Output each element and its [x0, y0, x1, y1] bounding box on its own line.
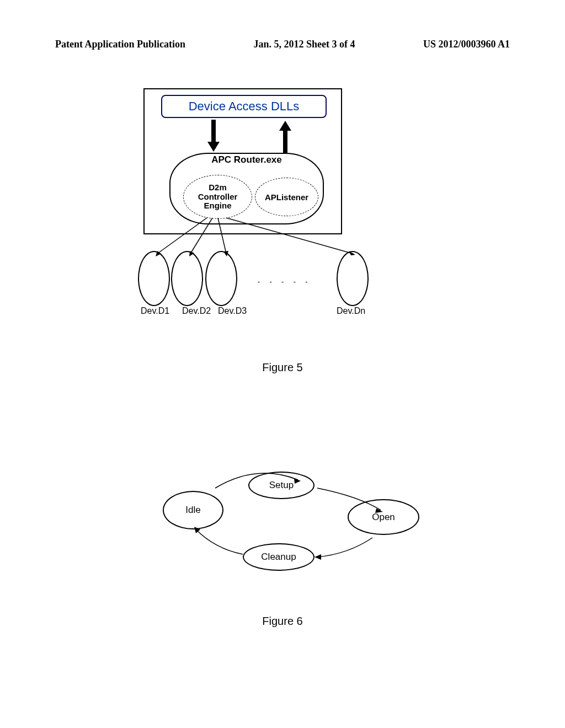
open-state: Open — [348, 499, 419, 535]
device-d3-ellipse — [205, 251, 237, 306]
ellipsis-icon: - - - - - — [257, 277, 310, 286]
d2m-line3: Engine — [204, 201, 231, 211]
arrow-up-icon — [277, 120, 294, 153]
dev-d2-label: Dev.D2 — [182, 306, 211, 316]
svg-marker-14 — [315, 554, 321, 560]
device-d2-ellipse — [171, 251, 203, 306]
figure5-outer-box: Device Access DLLs APC Router.exe D2m Co… — [143, 88, 342, 234]
dev-d3-label: Dev.D3 — [218, 306, 247, 316]
device-access-dlls-box: Device Access DLLs — [161, 95, 327, 118]
cleanup-state: Cleanup — [243, 543, 315, 571]
d2m-controller-circle: D2m Controller Engine — [183, 175, 252, 219]
svg-line-4 — [157, 218, 207, 254]
setup-state: Setup — [248, 472, 315, 499]
aplistener-circle: APListener — [255, 178, 318, 216]
header-center: Jan. 5, 2012 Sheet 3 of 4 — [254, 39, 355, 50]
device-dn-ellipse — [337, 251, 369, 306]
svg-line-6 — [190, 218, 212, 254]
dev-d1-label: Dev.D1 — [141, 306, 169, 316]
figure5-caption: Figure 5 — [0, 361, 565, 374]
svg-marker-1 — [207, 142, 220, 152]
device-d1-ellipse — [138, 251, 170, 306]
svg-marker-3 — [279, 121, 291, 131]
svg-line-8 — [218, 218, 226, 254]
arrow-down-icon — [205, 120, 222, 153]
d2m-line1: D2m — [209, 183, 227, 192]
d2m-line2: Controller — [198, 192, 238, 202]
svg-line-10 — [226, 218, 353, 254]
header-left: Patent Application Publication — [55, 39, 185, 50]
dev-dn-label: Dev.Dn — [337, 306, 365, 316]
idle-state: Idle — [163, 491, 223, 529]
apc-router-title: APC Router.exe — [172, 154, 321, 165]
figure6: Idle Setup Open Cleanup — [154, 458, 430, 596]
header-right: US 2012/0003960 A1 — [423, 39, 510, 50]
figure6-caption: Figure 6 — [0, 615, 565, 628]
